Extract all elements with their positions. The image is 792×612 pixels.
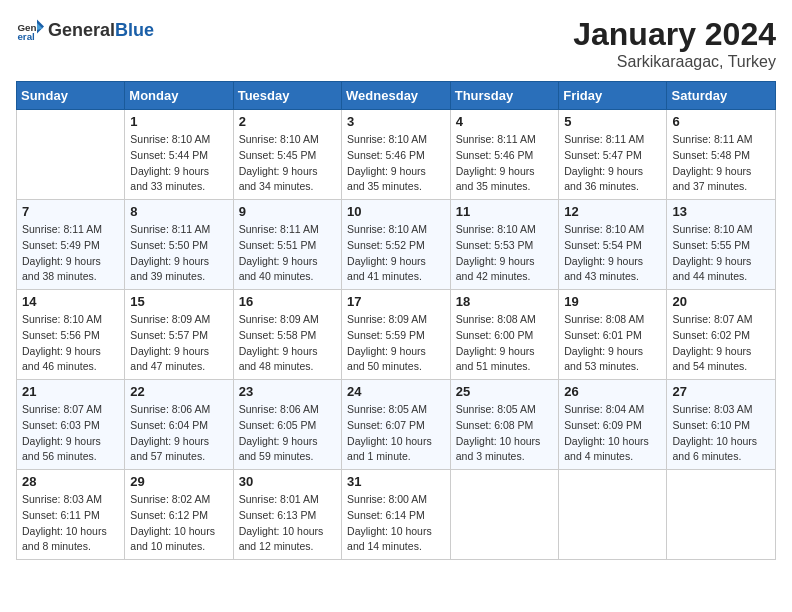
- day-info: Sunrise: 8:11 AMSunset: 5:50 PMDaylight:…: [130, 222, 227, 285]
- day-info: Sunrise: 8:00 AMSunset: 6:14 PMDaylight:…: [347, 492, 445, 555]
- calendar-header-thursday: Thursday: [450, 82, 558, 110]
- day-number: 3: [347, 114, 445, 129]
- day-info: Sunrise: 8:10 AMSunset: 5:45 PMDaylight:…: [239, 132, 336, 195]
- day-number: 8: [130, 204, 227, 219]
- calendar-cell: 15Sunrise: 8:09 AMSunset: 5:57 PMDayligh…: [125, 290, 233, 380]
- calendar-cell: 9Sunrise: 8:11 AMSunset: 5:51 PMDaylight…: [233, 200, 341, 290]
- calendar-cell: 31Sunrise: 8:00 AMSunset: 6:14 PMDayligh…: [342, 470, 451, 560]
- day-number: 9: [239, 204, 336, 219]
- day-number: 13: [672, 204, 770, 219]
- day-info: Sunrise: 8:11 AMSunset: 5:51 PMDaylight:…: [239, 222, 336, 285]
- day-info: Sunrise: 8:11 AMSunset: 5:46 PMDaylight:…: [456, 132, 553, 195]
- day-number: 25: [456, 384, 553, 399]
- day-number: 12: [564, 204, 661, 219]
- calendar-header-wednesday: Wednesday: [342, 82, 451, 110]
- calendar-cell: 16Sunrise: 8:09 AMSunset: 5:58 PMDayligh…: [233, 290, 341, 380]
- day-info: Sunrise: 8:06 AMSunset: 6:04 PMDaylight:…: [130, 402, 227, 465]
- calendar-cell: [667, 470, 776, 560]
- day-info: Sunrise: 8:03 AMSunset: 6:10 PMDaylight:…: [672, 402, 770, 465]
- day-info: Sunrise: 8:09 AMSunset: 5:59 PMDaylight:…: [347, 312, 445, 375]
- calendar-cell: 19Sunrise: 8:08 AMSunset: 6:01 PMDayligh…: [559, 290, 667, 380]
- month-title: January 2024: [573, 16, 776, 53]
- logo: Gen eral GeneralBlue: [16, 16, 154, 44]
- calendar-cell: 2Sunrise: 8:10 AMSunset: 5:45 PMDaylight…: [233, 110, 341, 200]
- day-number: 2: [239, 114, 336, 129]
- day-number: 1: [130, 114, 227, 129]
- calendar-cell: 10Sunrise: 8:10 AMSunset: 5:52 PMDayligh…: [342, 200, 451, 290]
- day-number: 5: [564, 114, 661, 129]
- calendar-header-sunday: Sunday: [17, 82, 125, 110]
- calendar-header-saturday: Saturday: [667, 82, 776, 110]
- calendar-header-row: SundayMondayTuesdayWednesdayThursdayFrid…: [17, 82, 776, 110]
- page-header: Gen eral GeneralBlue January 2024 Sarkik…: [16, 16, 776, 71]
- day-info: Sunrise: 8:09 AMSunset: 5:58 PMDaylight:…: [239, 312, 336, 375]
- day-number: 27: [672, 384, 770, 399]
- calendar-cell: 6Sunrise: 8:11 AMSunset: 5:48 PMDaylight…: [667, 110, 776, 200]
- day-info: Sunrise: 8:10 AMSunset: 5:46 PMDaylight:…: [347, 132, 445, 195]
- day-number: 4: [456, 114, 553, 129]
- calendar-cell: 17Sunrise: 8:09 AMSunset: 5:59 PMDayligh…: [342, 290, 451, 380]
- calendar-cell: 8Sunrise: 8:11 AMSunset: 5:50 PMDaylight…: [125, 200, 233, 290]
- calendar-cell: 14Sunrise: 8:10 AMSunset: 5:56 PMDayligh…: [17, 290, 125, 380]
- day-number: 14: [22, 294, 119, 309]
- day-number: 30: [239, 474, 336, 489]
- title-area: January 2024 Sarkikaraagac, Turkey: [573, 16, 776, 71]
- day-info: Sunrise: 8:09 AMSunset: 5:57 PMDaylight:…: [130, 312, 227, 375]
- calendar-cell: 12Sunrise: 8:10 AMSunset: 5:54 PMDayligh…: [559, 200, 667, 290]
- day-info: Sunrise: 8:06 AMSunset: 6:05 PMDaylight:…: [239, 402, 336, 465]
- day-info: Sunrise: 8:05 AMSunset: 6:07 PMDaylight:…: [347, 402, 445, 465]
- day-info: Sunrise: 8:08 AMSunset: 6:01 PMDaylight:…: [564, 312, 661, 375]
- day-info: Sunrise: 8:03 AMSunset: 6:11 PMDaylight:…: [22, 492, 119, 555]
- calendar-week-5: 28Sunrise: 8:03 AMSunset: 6:11 PMDayligh…: [17, 470, 776, 560]
- day-info: Sunrise: 8:10 AMSunset: 5:55 PMDaylight:…: [672, 222, 770, 285]
- calendar-cell: 5Sunrise: 8:11 AMSunset: 5:47 PMDaylight…: [559, 110, 667, 200]
- calendar-cell: 13Sunrise: 8:10 AMSunset: 5:55 PMDayligh…: [667, 200, 776, 290]
- calendar-cell: [450, 470, 558, 560]
- calendar-cell: 4Sunrise: 8:11 AMSunset: 5:46 PMDaylight…: [450, 110, 558, 200]
- calendar-cell: 25Sunrise: 8:05 AMSunset: 6:08 PMDayligh…: [450, 380, 558, 470]
- day-number: 18: [456, 294, 553, 309]
- calendar-cell: 21Sunrise: 8:07 AMSunset: 6:03 PMDayligh…: [17, 380, 125, 470]
- day-number: 16: [239, 294, 336, 309]
- calendar-cell: 30Sunrise: 8:01 AMSunset: 6:13 PMDayligh…: [233, 470, 341, 560]
- calendar-header-friday: Friday: [559, 82, 667, 110]
- day-number: 23: [239, 384, 336, 399]
- calendar-cell: [17, 110, 125, 200]
- day-number: 7: [22, 204, 119, 219]
- calendar-table: SundayMondayTuesdayWednesdayThursdayFrid…: [16, 81, 776, 560]
- day-info: Sunrise: 8:10 AMSunset: 5:53 PMDaylight:…: [456, 222, 553, 285]
- day-info: Sunrise: 8:04 AMSunset: 6:09 PMDaylight:…: [564, 402, 661, 465]
- day-info: Sunrise: 8:10 AMSunset: 5:44 PMDaylight:…: [130, 132, 227, 195]
- calendar-cell: 3Sunrise: 8:10 AMSunset: 5:46 PMDaylight…: [342, 110, 451, 200]
- day-number: 22: [130, 384, 227, 399]
- day-info: Sunrise: 8:10 AMSunset: 5:54 PMDaylight:…: [564, 222, 661, 285]
- svg-text:eral: eral: [17, 31, 35, 42]
- day-info: Sunrise: 8:11 AMSunset: 5:48 PMDaylight:…: [672, 132, 770, 195]
- calendar-week-2: 7Sunrise: 8:11 AMSunset: 5:49 PMDaylight…: [17, 200, 776, 290]
- day-info: Sunrise: 8:10 AMSunset: 5:52 PMDaylight:…: [347, 222, 445, 285]
- calendar-week-3: 14Sunrise: 8:10 AMSunset: 5:56 PMDayligh…: [17, 290, 776, 380]
- calendar-cell: 18Sunrise: 8:08 AMSunset: 6:00 PMDayligh…: [450, 290, 558, 380]
- day-info: Sunrise: 8:07 AMSunset: 6:03 PMDaylight:…: [22, 402, 119, 465]
- day-number: 20: [672, 294, 770, 309]
- calendar-cell: 20Sunrise: 8:07 AMSunset: 6:02 PMDayligh…: [667, 290, 776, 380]
- calendar-cell: 27Sunrise: 8:03 AMSunset: 6:10 PMDayligh…: [667, 380, 776, 470]
- calendar-cell: 1Sunrise: 8:10 AMSunset: 5:44 PMDaylight…: [125, 110, 233, 200]
- day-number: 6: [672, 114, 770, 129]
- calendar-week-1: 1Sunrise: 8:10 AMSunset: 5:44 PMDaylight…: [17, 110, 776, 200]
- day-info: Sunrise: 8:10 AMSunset: 5:56 PMDaylight:…: [22, 312, 119, 375]
- calendar-week-4: 21Sunrise: 8:07 AMSunset: 6:03 PMDayligh…: [17, 380, 776, 470]
- day-number: 29: [130, 474, 227, 489]
- day-number: 26: [564, 384, 661, 399]
- calendar-cell: 29Sunrise: 8:02 AMSunset: 6:12 PMDayligh…: [125, 470, 233, 560]
- calendar-cell: 11Sunrise: 8:10 AMSunset: 5:53 PMDayligh…: [450, 200, 558, 290]
- day-number: 11: [456, 204, 553, 219]
- day-number: 31: [347, 474, 445, 489]
- day-info: Sunrise: 8:11 AMSunset: 5:49 PMDaylight:…: [22, 222, 119, 285]
- calendar-cell: 7Sunrise: 8:11 AMSunset: 5:49 PMDaylight…: [17, 200, 125, 290]
- day-number: 19: [564, 294, 661, 309]
- day-number: 28: [22, 474, 119, 489]
- day-number: 24: [347, 384, 445, 399]
- calendar-cell: 23Sunrise: 8:06 AMSunset: 6:05 PMDayligh…: [233, 380, 341, 470]
- day-info: Sunrise: 8:07 AMSunset: 6:02 PMDaylight:…: [672, 312, 770, 375]
